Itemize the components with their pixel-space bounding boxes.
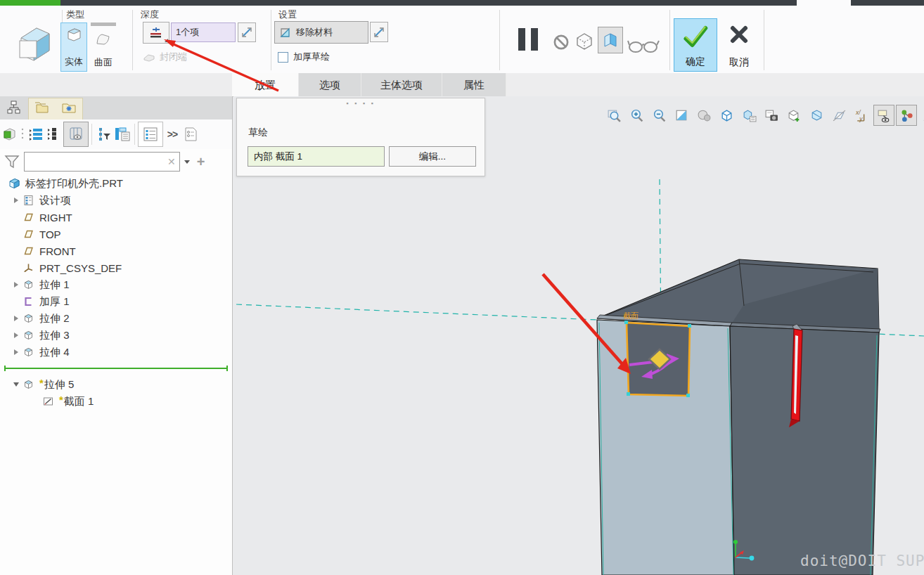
tab-主体选项[interactable]: 主体选项 <box>361 73 442 96</box>
flip-direction-icon <box>240 26 253 39</box>
depth-type-button[interactable] <box>143 22 169 44</box>
expand-arrow-icon[interactable] <box>14 198 18 203</box>
remove-material-icon <box>279 27 292 39</box>
drag-dots-icon <box>18 124 27 145</box>
datum-plane-icon <box>23 228 35 240</box>
annotation-display-icon[interactable] <box>873 105 894 126</box>
tree-item-拉伸 2[interactable]: 拉伸 2 <box>0 310 232 327</box>
cancel-x-icon <box>727 22 751 46</box>
saved-views-icon[interactable] <box>738 105 759 126</box>
display-style-icon[interactable] <box>716 105 737 126</box>
tree-info-doc-icon[interactable] <box>181 124 200 145</box>
surface-type-button[interactable]: 曲面 <box>89 28 117 72</box>
tree-item-拉伸 1[interactable]: 拉伸 1 <box>0 276 232 293</box>
no-preview-button[interactable] <box>553 34 570 53</box>
depth-flip-button[interactable] <box>238 22 256 42</box>
sketch-handle[interactable] <box>688 324 691 328</box>
expand-arrow-icon[interactable] <box>14 332 18 338</box>
add-filter-icon[interactable]: + <box>197 154 205 170</box>
expand-arrow-icon[interactable] <box>14 349 18 355</box>
appearances-icon[interactable] <box>783 105 804 126</box>
plane-display-icon[interactable] <box>828 105 849 126</box>
top-strip-gap <box>797 0 851 6</box>
panel-drag-handle[interactable]: ▪ ▪ ▪ ▪ <box>346 100 375 107</box>
tree-item-拉伸 3[interactable]: 拉伸 3 <box>0 327 232 344</box>
extrude-icon <box>23 330 35 341</box>
sketch-handle[interactable] <box>686 394 690 397</box>
tree-item-设计项[interactable]: 设计项 <box>0 192 232 209</box>
sketch-tag-label: 截面 <box>623 311 639 320</box>
feature-tabs: 放置选项主体选项属性 <box>232 73 506 96</box>
repaint-icon[interactable] <box>671 105 692 126</box>
overflow-partial-icon[interactable] <box>918 105 924 126</box>
expand-list-icon[interactable] <box>27 124 45 145</box>
tree-item-label: 加厚 1 <box>39 295 70 309</box>
solid-type-button[interactable]: 实体 <box>60 22 87 72</box>
sketch-handle[interactable] <box>627 392 630 396</box>
tree-item-拉伸 4[interactable]: 拉伸 4 <box>0 344 232 361</box>
tree-root[interactable]: 标签打印机外壳.PRT <box>0 175 232 192</box>
shading-style-icon[interactable] <box>693 105 714 126</box>
tree-item-拉伸 5[interactable]: *拉伸 5 <box>0 376 232 393</box>
graphics-viewport[interactable]: 截面 doit@DOIT SUPER x/y <box>233 96 924 575</box>
tree-filter-icon[interactable] <box>95 124 113 145</box>
wireframe-preview-icon <box>574 31 595 52</box>
insertion-locator[interactable] <box>0 361 232 376</box>
tree-settings-button[interactable] <box>138 122 163 147</box>
ok-button[interactable]: 确定 <box>674 18 717 72</box>
depth-value-input[interactable] <box>171 22 236 42</box>
zoom-in-icon[interactable] <box>626 105 647 126</box>
remove-material-button[interactable]: 移除材料 <box>274 21 368 44</box>
tree-more-button[interactable]: >> <box>163 124 181 145</box>
expand-arrow-icon[interactable] <box>14 282 18 288</box>
tab-属性[interactable]: 属性 <box>442 73 506 96</box>
column-display-button[interactable] <box>63 122 89 147</box>
tree-columns-icon[interactable] <box>113 124 131 145</box>
edit-sketch-button[interactable]: 编辑... <box>389 146 476 167</box>
tree-item-FRONT[interactable]: FRONT <box>0 243 232 259</box>
depth-group-label: 深度 <box>141 8 159 21</box>
extrude-icon <box>23 279 35 290</box>
extrude-icon <box>23 379 35 390</box>
tree-item-RIGHT[interactable]: RIGHT <box>0 209 232 226</box>
collapse-arrow-icon[interactable] <box>13 382 19 387</box>
tree-item-label: 拉伸 1 <box>39 278 70 292</box>
thicken-sketch-checkbox[interactable] <box>278 52 288 63</box>
tree-item-label: 拉伸 3 <box>39 329 70 342</box>
thicken-sketch-option[interactable]: 加厚草绘 <box>278 51 330 63</box>
tree-item-label: TOP <box>39 228 61 240</box>
zoom-out-icon[interactable] <box>648 105 669 126</box>
axis-display-icon[interactable]: x/y <box>851 105 872 126</box>
clear-search-icon[interactable]: ✕ <box>167 156 176 167</box>
expand-arrow-icon[interactable] <box>14 316 18 321</box>
cancel-button[interactable]: 取消 <box>719 18 759 72</box>
pause-button[interactable] <box>518 28 538 51</box>
wireframe-preview-button[interactable] <box>574 31 595 55</box>
show-geometry-icon[interactable] <box>0 124 18 145</box>
tree-item-label: 拉伸 2 <box>39 312 70 325</box>
view-capture-icon[interactable] <box>761 105 782 126</box>
watermark-text: doit@DOIT SUPER <box>800 553 924 569</box>
material-side-flip-button[interactable] <box>370 22 388 42</box>
tree-item-加厚 1[interactable]: 加厚 1 <box>0 293 232 310</box>
model-tree-mode-icon[interactable] <box>7 101 21 117</box>
glasses-check-button[interactable] <box>627 37 660 58</box>
tree-item-截面 1[interactable]: *截面 1 <box>0 393 232 410</box>
tab-选项[interactable]: 选项 <box>299 73 361 96</box>
tree-item-TOP[interactable]: TOP <box>0 226 232 243</box>
box-right-face[interactable] <box>730 326 879 575</box>
geometry-preview-button[interactable] <box>598 27 623 53</box>
section-view-icon[interactable] <box>806 105 827 126</box>
spin-center-icon[interactable] <box>896 105 917 126</box>
search-dropdown-icon[interactable] <box>184 160 190 164</box>
filter-funnel-icon[interactable] <box>0 151 24 172</box>
collapse-list-icon[interactable] <box>45 124 63 145</box>
tree-folder-tab[interactable] <box>28 98 83 119</box>
sketch-collector-field[interactable]: 内部 截面 1 <box>248 146 385 167</box>
tree-item-PRT_CSYS_DEF[interactable]: PRT_CSYS_DEF <box>0 259 232 276</box>
zoom-refit-icon[interactable] <box>603 105 624 126</box>
tree-search-input[interactable] <box>24 152 180 172</box>
tab-放置[interactable]: 放置 <box>232 73 299 96</box>
sketch-handle[interactable] <box>624 321 628 324</box>
tree-toolbar: >> <box>0 119 232 149</box>
